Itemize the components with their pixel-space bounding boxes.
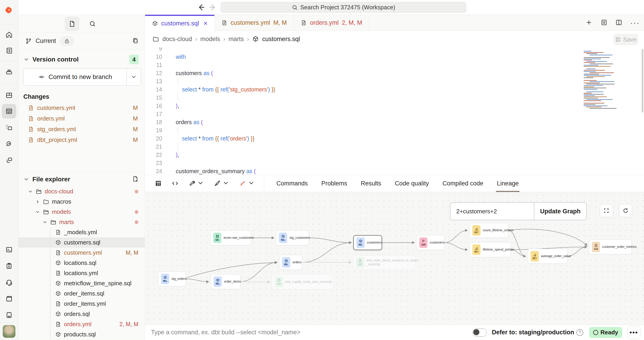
lineage-node-test_order_items[interactable]: TST test_order_items_compute_to_bools _c… <box>353 255 416 269</box>
copy-icon[interactable] <box>132 37 139 45</box>
change-row[interactable]: dbt_project.yml M <box>18 135 145 145</box>
panel-tab-results[interactable]: Results <box>354 175 388 192</box>
ai-assist-icon[interactable] <box>239 179 255 187</box>
code-line[interactable]: 12 customers as ( <box>145 69 644 77</box>
panel-tab-commands[interactable]: Commands <box>270 175 314 192</box>
headset-icon[interactable] <box>2 275 16 290</box>
chevron-down-icon[interactable] <box>28 189 33 194</box>
organization-icon[interactable] <box>2 308 16 322</box>
tree-item-orders.sql[interactable]: orders.sql <box>18 309 145 319</box>
tree-item-orders.yml[interactable]: orders.yml 2, M, M <box>18 319 145 329</box>
code-line[interactable]: 14 select * from {{ ref('stg_customers')… <box>145 85 644 94</box>
code-line[interactable]: 21 <box>145 143 644 151</box>
change-row[interactable]: stg_orders.yml M <box>18 124 145 135</box>
code-line[interactable]: 20 select * from {{ ref('orders') }} <box>145 134 644 143</box>
command-input[interactable] <box>150 329 472 336</box>
inbox-icon[interactable] <box>2 65 16 79</box>
fullscreen-button[interactable] <box>600 204 613 217</box>
branch-row[interactable]: Current <box>18 33 145 49</box>
lineage-node-average_order_value[interactable]: MET average_order_value <box>528 249 568 264</box>
terminal-icon[interactable] <box>2 242 16 257</box>
code-line[interactable]: 18 orders as ( <box>145 118 644 126</box>
new-file-icon[interactable] <box>132 175 139 183</box>
refresh-button[interactable] <box>619 204 632 217</box>
ready-status-badge[interactable]: Ready <box>589 327 622 338</box>
format-icon[interactable] <box>214 179 230 187</box>
forward-arrow-icon[interactable] <box>208 3 218 13</box>
lineage-node-orders[interactable]: MDL orders <box>279 255 302 270</box>
lineage-node-customers_sem[interactable]: SEM customers <box>416 235 444 250</box>
lineage-node-customer_order_metrics[interactable]: SVQ customer_order_metrics <box>589 239 632 254</box>
tab-overflow-icon[interactable]: ··· <box>630 18 640 27</box>
project-search[interactable]: Search Project 372475 (Workspace) <box>221 2 466 13</box>
commit-button[interactable]: Commit to new branch <box>24 69 126 85</box>
tree-item-products.sql[interactable]: products.sql <box>18 329 145 339</box>
split-editor-icon[interactable] <box>615 19 622 27</box>
chevron-down-icon[interactable] <box>35 209 40 214</box>
build-tools-icon[interactable] <box>188 179 204 187</box>
tab-orders.yml[interactable]: orders.yml 2, M, M <box>294 15 369 31</box>
panel-tab-compiled-code[interactable]: Compiled code <box>436 175 490 192</box>
tree-item-locations.sql[interactable]: locations.sql <box>18 258 145 268</box>
lineage-node-count_lifetime_orders[interactable]: MET count_lifetime_orders <box>470 223 508 238</box>
panel-tab-problems[interactable]: Problems <box>314 175 354 192</box>
code-line[interactable]: 24 customer_orders_summary as ( <box>145 167 644 175</box>
dashboard-icon[interactable] <box>2 88 16 103</box>
back-arrow-icon[interactable] <box>196 3 206 13</box>
lineage-node-stg_customers[interactable]: MDL stg_customers <box>276 230 309 245</box>
results-table-icon[interactable] <box>155 180 162 187</box>
save-button[interactable]: Save <box>614 34 638 45</box>
windows-icon[interactable] <box>2 153 16 168</box>
lineage-node-customers_model[interactable]: MDL customers <box>353 235 382 250</box>
tree-item-customers.sql[interactable]: customers.sql <box>18 237 145 248</box>
file-explorer-header[interactable]: File explorer <box>18 172 145 186</box>
change-row[interactable]: orders.yml M <box>18 113 145 124</box>
code-line[interactable]: 9 <box>145 47 644 53</box>
breadcrumb-item[interactable]: models <box>200 36 220 43</box>
more-options-button[interactable]: ••• <box>627 326 640 339</box>
files-view-button[interactable] <box>65 17 79 31</box>
version-control-header[interactable]: Version control 4 <box>18 53 145 67</box>
defer-toggle[interactable] <box>472 328 487 336</box>
tab-customers.yml[interactable]: customers.yml M, M <box>214 15 294 31</box>
notebook-icon[interactable] <box>2 43 16 58</box>
tree-item-order_items.sql[interactable]: order_items.sql <box>18 288 145 299</box>
code-line[interactable]: 22 ), <box>145 151 644 159</box>
code-line[interactable]: 19 <box>145 126 644 134</box>
clipboard-icon[interactable] <box>2 259 16 273</box>
tree-item-_models.yml[interactable]: _models.yml <box>18 227 145 237</box>
code-editor[interactable]: 9 10 with 11 12 customers as ( 13 14 sel… <box>145 47 644 175</box>
close-icon[interactable]: × <box>204 20 208 27</box>
new-tab-icon[interactable] <box>585 19 592 27</box>
tree-item-models[interactable]: models <box>18 207 145 217</box>
breadcrumb-item[interactable]: marts <box>228 36 244 43</box>
lineage-node-stg_orders[interactable]: MDL stg_orders <box>158 271 186 286</box>
tree-item-docs-cloud[interactable]: docs-cloud <box>18 186 145 197</box>
code-line[interactable]: 17 <box>145 110 644 118</box>
code-preview-icon[interactable] <box>172 180 179 187</box>
code-line[interactable]: 16 ), <box>145 102 644 110</box>
change-row[interactable]: customers.yml M <box>18 103 145 113</box>
editor-scrollbar[interactable] <box>642 49 643 113</box>
panel-tab-lineage[interactable]: Lineage <box>490 175 526 192</box>
tree-item-marts[interactable]: marts <box>18 217 145 227</box>
lineage-node-lifetime_spend_pretax[interactable]: MET lifetime_spend_pretax <box>470 242 511 257</box>
update-graph-button[interactable]: Update Graph <box>534 202 587 220</box>
code-line[interactable]: 23 <box>145 159 644 167</box>
home-icon[interactable] <box>2 28 16 42</box>
projects-icon[interactable] <box>2 291 16 306</box>
code-editor-icon[interactable] <box>2 104 16 119</box>
chevron-right-icon[interactable] <box>35 199 40 204</box>
tab-customers.sql[interactable]: customers.sql × <box>145 15 214 31</box>
lineage-node-order_items[interactable]: MDL order_items <box>211 274 240 289</box>
lineage-canvas[interactable]: SRC ecom.raw_customers MDL stg_customers… <box>145 192 644 324</box>
lineage-selector-input[interactable]: 2+customers+2 <box>450 202 534 220</box>
lineage-node-test_supply[interactable]: TST test_supply_costs_sum_correctly <box>272 274 334 289</box>
panel-tab-code-quality[interactable]: Code quality <box>388 175 436 192</box>
file-search-button[interactable] <box>85 17 100 31</box>
tree-item-macros[interactable]: macros <box>18 197 145 207</box>
code-line[interactable]: 13 <box>145 77 644 85</box>
code-line[interactable]: 11 <box>145 61 644 69</box>
code-line[interactable]: 15 <box>145 94 644 102</box>
tree-item-locations.yml[interactable]: locations.yml <box>18 268 145 278</box>
